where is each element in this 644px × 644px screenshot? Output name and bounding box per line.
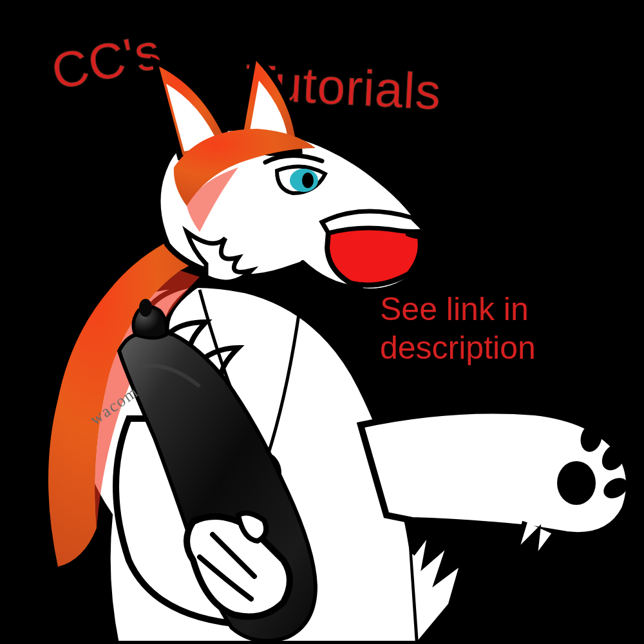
- svg-point-3: [557, 461, 596, 505]
- svg-point-8: [139, 299, 152, 317]
- svg-point-5: [302, 173, 314, 188]
- character-illustration: [0, 0, 644, 644]
